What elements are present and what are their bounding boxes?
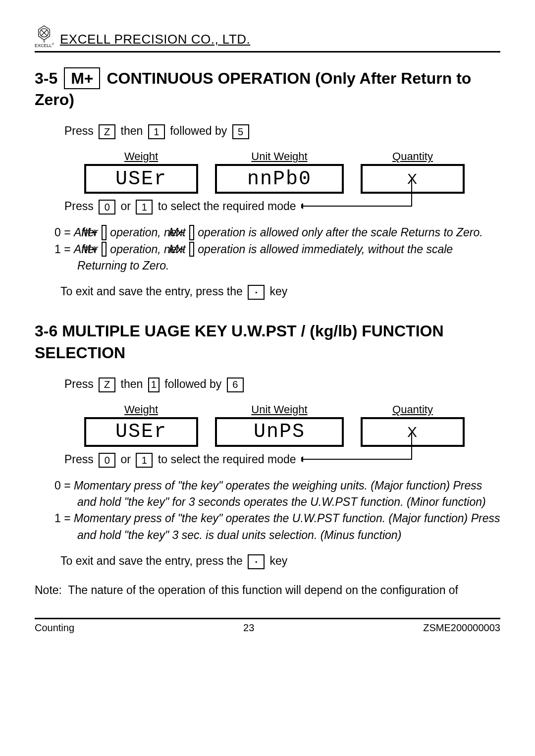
footer-page-number: 23 (243, 622, 254, 634)
page-header: EXCELL® EXCELL PRECISION CO., LTD. (35, 25, 500, 48)
footer-right: ZSME200000003 (423, 622, 500, 634)
exit-row-36: To exit and save the entry, press the · … (60, 554, 500, 569)
connector-v (411, 180, 412, 206)
header-rule (35, 51, 500, 53)
label-weight: Weight (124, 403, 158, 416)
mplus-inline-key: M+ (189, 242, 194, 257)
logo-icon (35, 25, 54, 44)
key-1: 1 (148, 124, 165, 139)
key-z: Z (99, 124, 115, 139)
footer-left: Counting (35, 622, 74, 634)
key-dot: · (248, 285, 265, 300)
display-quantity: X (361, 417, 465, 447)
logo: EXCELL® (35, 25, 54, 48)
step-press-keys-35: Press Z then 1 followed by 5 (64, 124, 500, 139)
key-6: 6 (227, 378, 244, 392)
key-0: 0 (99, 200, 115, 215)
displays-36: Weight USEr Unit Weight UnPS Quantity X (84, 403, 500, 447)
section-3-6-title: 3-6 MULTIPLE UAGE KEY U.W.PST / (kg/lb) … (35, 321, 500, 363)
display-weight: USEr (84, 417, 198, 447)
mplus-inline-key: M+ (102, 242, 107, 257)
display-unit-weight: UnPS (215, 417, 344, 447)
label-quantity: Quantity (392, 403, 433, 416)
note: Note: The nature of the operation of thi… (35, 582, 500, 598)
display-unit-weight: nnPb0 (215, 164, 344, 194)
displays-35: Weight USEr Unit Weight nnPb0 Quantity X (84, 150, 500, 194)
key-1b: 1 (136, 200, 153, 215)
key-1: 1 (148, 378, 160, 392)
select-mode-row-35: Press 0 or 1 to select the required mode (64, 198, 500, 215)
page-footer: Counting 23 ZSME200000003 (35, 618, 500, 634)
mplus-inline-key: M+ (102, 225, 107, 240)
definitions-35: 0 = After M+ operation, next M+ operatio… (54, 224, 500, 274)
connector-h (302, 206, 412, 207)
connector-v (411, 433, 412, 459)
connector-h (302, 459, 412, 460)
key-dot: · (248, 554, 265, 569)
mplus-key-box: M+ (64, 67, 100, 89)
mplus-inline-key: M+ (189, 225, 194, 240)
label-unit-weight: Unit Weight (251, 403, 307, 416)
key-z: Z (99, 378, 115, 392)
select-mode-row-36: Press 0 or 1 to select the required mode (64, 451, 500, 468)
key-1b: 1 (136, 453, 153, 468)
step-press-keys-36: Press Z then 1 followed by 6 (64, 378, 500, 392)
label-quantity: Quantity (392, 150, 433, 163)
company-name: EXCELL PRECISION CO., LTD. (60, 32, 250, 48)
display-weight: USEr (84, 164, 198, 194)
label-weight: Weight (124, 150, 158, 163)
label-unit-weight: Unit Weight (251, 150, 307, 163)
display-quantity: X (361, 164, 465, 194)
exit-row-35: To exit and save the entry, press the · … (60, 285, 500, 300)
definitions-36: 0 = Momentary press of "the key" operate… (54, 478, 500, 543)
key-5: 5 (232, 124, 249, 139)
key-0: 0 (99, 453, 115, 468)
logo-subtext: EXCELL® (35, 43, 54, 48)
section-3-5-title: 3-5 M+ CONTINUOUS OPERATION (Only After … (35, 67, 500, 110)
